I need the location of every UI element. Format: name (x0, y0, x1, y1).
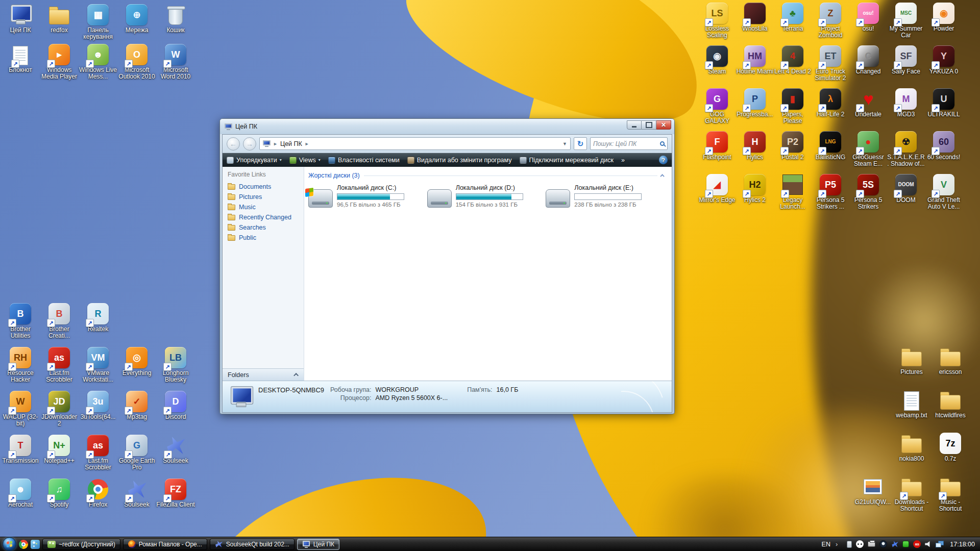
mp3tag-desktop-icon[interactable]: ✓↗Mp3tag (117, 390, 156, 420)
whoslila-desktop-icon[interactable]: ↗WhosLila (736, 2, 774, 32)
sidebar-item-searches[interactable]: Searches (223, 222, 304, 233)
search-box[interactable] (590, 137, 668, 150)
filezilla-client-desktop-icon[interactable]: FZ↗FileZilla Client (156, 478, 195, 508)
pictures-folder-desktop-icon[interactable]: Pictures (892, 345, 931, 375)
folders-bar[interactable]: Folders (223, 368, 304, 381)
start-button[interactable] (3, 537, 16, 551)
hylics-desktop-icon[interactable]: H↗Hylics (736, 130, 774, 161)
realtek-audio-desktop-icon[interactable]: R↗Realtek (79, 302, 117, 333)
google-earth-pro-desktop-icon[interactable]: G↗Google Earth Pro (117, 434, 156, 471)
changed-desktop-icon[interactable]: C↗Changed (849, 44, 887, 75)
resource-hacker-desktop-icon[interactable]: RH↗Resource Hacker (1, 346, 40, 384)
downloads-shortcut-folder-desktop-icon[interactable]: ↗Downloads - Shortcut (892, 475, 931, 513)
g21uulqw-image-file-desktop-icon[interactable]: G21uUlQW... (853, 475, 892, 506)
redfox-user-folder-desktop-icon[interactable]: redfox (40, 3, 79, 34)
lastfm-scrobbler-2-desktop-icon[interactable]: as↗Last.fm Scrobbler (79, 434, 117, 471)
papers-please-desktop-icon[interactable]: ▮↗Papers, Please (774, 87, 812, 125)
back-button[interactable]: ← (227, 137, 240, 151)
scrobbler-tray-icon[interactable] (902, 541, 909, 547)
printer-tray-icon[interactable] (868, 541, 875, 547)
progressbar-desktop-icon[interactable]: P↗Progressba... (736, 87, 774, 118)
left-4-dead-2-desktop-icon[interactable]: 4↗Left 4 Dead 2 (774, 44, 812, 75)
drive-item[interactable]: Локальний диск (C:)96,5 ГБ вільно з 465 … (308, 184, 427, 208)
hylics-2-desktop-icon[interactable]: H2↗Hylics 2 (736, 173, 774, 204)
project-zomboid-desktop-icon[interactable]: Z↗Project Zomboid (812, 2, 849, 39)
osu-desktop-icon[interactable]: osu!↗osu! (849, 2, 887, 32)
search-input[interactable] (593, 140, 660, 147)
my-summer-car-desktop-icon[interactable]: MSC↗My Summer Car (887, 2, 925, 39)
htcwildfires-folder-desktop-icon[interactable]: htcwildfires (931, 388, 970, 419)
close-button[interactable]: ✕ (656, 120, 671, 130)
7zip-archive-desktop-icon[interactable]: 7z0.7z (931, 432, 970, 462)
ballisticng-desktop-icon[interactable]: LNG↗BallisticNG (812, 130, 849, 161)
sidebar-item-public[interactable]: Public (223, 233, 304, 243)
ericsson-folder-desktop-icon[interactable]: ericsson (931, 345, 970, 375)
terraria-desktop-icon[interactable]: ♣↗Terraria (774, 2, 812, 32)
phone-tray-icon[interactable] (847, 541, 852, 548)
microsoft-word-desktop-icon[interactable]: W↗Microsoft Word 2010 (156, 43, 195, 81)
postal-2-desktop-icon[interactable]: P2↗Postal 2 (774, 130, 812, 161)
clock[interactable]: 17:18:00 (950, 541, 975, 548)
taskbar-button-soulseek[interactable]: SoulseekQt build 202... (210, 539, 295, 550)
breadcrumb-arrow-icon[interactable]: ► (305, 141, 309, 146)
lastfm-scrobbler-desktop-icon[interactable]: as↗Last.fm Scrobbler (40, 346, 79, 384)
sidebar-item-pictures[interactable]: Pictures (223, 192, 304, 202)
toolbar-organize-button[interactable]: Упорядкувати▾ (227, 157, 282, 164)
sally-face-desktop-icon[interactable]: SF↗Sally Face (887, 44, 925, 75)
nokia800-folder-desktop-icon[interactable]: nokia800 (892, 432, 931, 462)
microsoft-outlook-desktop-icon[interactable]: O↗Microsoft Outlook 2010 (117, 43, 156, 81)
half-life-2-desktop-icon[interactable]: λ↗Half-Life 2 (812, 87, 849, 118)
breadcrumb-dropdown-icon[interactable]: ▼ (562, 141, 567, 146)
sidebar-item-music[interactable]: Music (223, 202, 304, 212)
this-pc-desktop-icon[interactable]: Цей ПК (1, 3, 40, 34)
brother-creative-desktop-icon[interactable]: B↗Brother Creati... (40, 302, 79, 340)
ultrakill-desktop-icon[interactable]: U↗ULTRAKILL (925, 87, 963, 118)
soulseek-desktop-icon[interactable]: ↗Soulseek (156, 434, 195, 464)
geoguessr-desktop-icon[interactable]: ●↗GeoGuessr Steam E... (849, 130, 887, 168)
flashpoint-desktop-icon[interactable]: F↗Flashpoint (698, 130, 736, 161)
collapse-group-icon[interactable] (660, 174, 664, 178)
hotline-miami-desktop-icon[interactable]: HM↗Hotline Miami (736, 44, 774, 75)
group-header[interactable]: Жорсткі диски (3) (308, 172, 360, 179)
sidebar-item-recently-changed[interactable]: Recently Changed (223, 212, 304, 222)
3utools-desktop-icon[interactable]: 3u↗3uTools(64... (79, 390, 117, 420)
toolbar-more-button[interactable]: » (621, 157, 625, 164)
minimize-button[interactable] (627, 120, 642, 130)
firefox-desktop-icon[interactable]: ↗Firefox (79, 478, 117, 508)
60-seconds-desktop-icon[interactable]: 60↗60 seconds! (925, 130, 963, 161)
help-icon[interactable]: ? (659, 156, 668, 164)
gta-v-desktop-icon[interactable]: V↗Grand Theft Auto V Le... (925, 173, 963, 211)
spotify-desktop-icon[interactable]: ♫↗Spotify (40, 478, 79, 508)
minecraft-legacy-launcher-desktop-icon[interactable]: ↗Legacy Launch... (774, 173, 812, 211)
powder-desktop-icon[interactable]: ◉↗Powder (925, 2, 963, 32)
taskbar-button-firefox[interactable]: Роман Павлов - Ope... (123, 539, 207, 550)
notepad-plus-plus-desktop-icon[interactable]: N+↗Notepad++ (40, 434, 79, 464)
soulseek-2-desktop-icon[interactable]: ↗Soulseek (117, 478, 156, 508)
search-icon[interactable] (660, 141, 665, 146)
doom-desktop-icon[interactable]: DOOM↗DOOM (887, 173, 925, 204)
vmware-workstation-desktop-icon[interactable]: VM↗VMware Workstati... (79, 346, 117, 384)
taskbar-button-messenger[interactable]: ~redfox (Доступний) (42, 539, 120, 550)
transmission-desktop-icon[interactable]: T↗Transmission (1, 434, 40, 464)
aerochat-desktop-icon[interactable]: ☻↗Aerochat (1, 478, 40, 508)
windows-media-player-desktop-icon[interactable]: ▸↗Windows Media Player (40, 43, 79, 81)
breadcrumb-item[interactable]: Цей ПК (280, 140, 302, 147)
euro-truck-simulator-2-desktop-icon[interactable]: ET↗Euro Truck Simulator 2 (812, 44, 849, 82)
drive-item[interactable]: Локальний диск (D:)154 ГБ вільно з 931 Г… (427, 184, 546, 208)
breadcrumb[interactable]: ► Цей ПК ► ▼ (259, 137, 571, 150)
notepad-desktop-icon[interactable]: ↗Блокнот (1, 43, 40, 73)
soulseek-tray-icon[interactable] (891, 541, 898, 548)
persona-5-strikers-1-desktop-icon[interactable]: P5↗Persona 5 Strikers ... (812, 173, 849, 211)
brother-utilities-desktop-icon[interactable]: B↗Brother Utilities (1, 302, 40, 340)
drive-item[interactable]: Локальний диск (E:)238 ГБ вільно з 238 Г… (546, 184, 665, 208)
wacup-desktop-icon[interactable]: W↗WACUP (32-bit) (1, 390, 40, 428)
lossless-scaling-desktop-icon[interactable]: LS↗Lossless Scaling (698, 2, 736, 39)
discord-desktop-icon[interactable]: D↗Discord (156, 390, 195, 420)
lastfm-tray-icon[interactable]: as (913, 540, 921, 548)
refresh-button[interactable]: ↻ (574, 137, 587, 150)
toolbar-mapdrive-button[interactable]: Підключити мережевий диск (520, 157, 614, 164)
tray-chevron-icon[interactable]: › (836, 540, 838, 548)
sidebar-item-documents[interactable]: Documents (223, 182, 304, 192)
maximize-button[interactable] (642, 120, 656, 130)
yakuza-0-desktop-icon[interactable]: Y↗YAKUZA 0 (925, 44, 963, 75)
